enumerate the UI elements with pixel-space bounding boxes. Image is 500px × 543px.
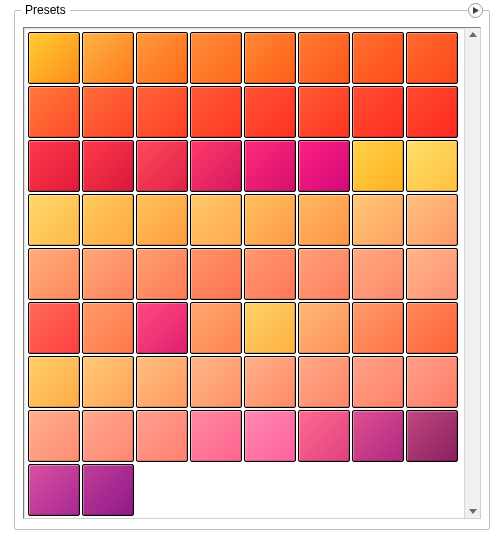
flyout-menu-button[interactable] (468, 3, 483, 18)
gradient-swatch[interactable] (406, 194, 458, 246)
gradient-swatch[interactable] (406, 302, 458, 354)
gradient-swatch[interactable] (244, 356, 296, 408)
gradient-swatch[interactable] (82, 86, 134, 138)
gradient-swatch[interactable] (298, 140, 350, 192)
gradient-swatch[interactable] (82, 194, 134, 246)
scroll-down-icon[interactable] (469, 509, 477, 514)
gradient-swatch[interactable] (190, 86, 242, 138)
gradient-swatch[interactable] (136, 248, 188, 300)
gradient-swatch[interactable] (244, 86, 296, 138)
gradient-swatch[interactable] (136, 194, 188, 246)
gradient-swatch[interactable] (82, 464, 134, 516)
gradient-swatch[interactable] (298, 86, 350, 138)
presets-grid (28, 32, 460, 516)
gradient-swatch[interactable] (244, 32, 296, 84)
gradient-swatch[interactable] (298, 302, 350, 354)
gradient-swatch[interactable] (28, 32, 80, 84)
gradient-swatch[interactable] (28, 410, 80, 462)
scroll-up-icon[interactable] (469, 32, 477, 37)
gradient-swatch[interactable] (352, 356, 404, 408)
presets-scroll-area (24, 28, 464, 518)
gradient-swatch[interactable] (244, 302, 296, 354)
gradient-swatch[interactable] (82, 356, 134, 408)
vertical-scrollbar[interactable] (464, 28, 480, 518)
gradient-swatch[interactable] (136, 410, 188, 462)
gradient-swatch[interactable] (190, 248, 242, 300)
gradient-swatch[interactable] (28, 194, 80, 246)
gradient-swatch[interactable] (190, 32, 242, 84)
gradient-swatch[interactable] (136, 356, 188, 408)
gradient-swatch[interactable] (190, 194, 242, 246)
panel-title: Presets (21, 3, 70, 17)
gradient-swatch[interactable] (136, 302, 188, 354)
gradient-swatch[interactable] (190, 356, 242, 408)
gradient-swatch[interactable] (82, 140, 134, 192)
gradient-swatch[interactable] (352, 86, 404, 138)
gradient-swatch[interactable] (28, 140, 80, 192)
gradient-swatch[interactable] (298, 32, 350, 84)
gradient-swatch[interactable] (190, 410, 242, 462)
gradient-swatch[interactable] (352, 410, 404, 462)
gradient-swatch[interactable] (190, 140, 242, 192)
gradient-swatch[interactable] (352, 302, 404, 354)
gradient-swatch[interactable] (406, 86, 458, 138)
gradient-swatch[interactable] (82, 410, 134, 462)
gradient-swatch[interactable] (352, 248, 404, 300)
gradient-swatch[interactable] (352, 32, 404, 84)
gradient-swatch[interactable] (406, 248, 458, 300)
gradient-swatch[interactable] (136, 32, 188, 84)
gradient-swatch[interactable] (298, 248, 350, 300)
gradient-swatch[interactable] (406, 32, 458, 84)
gradient-swatch[interactable] (28, 464, 80, 516)
gradient-swatch[interactable] (244, 248, 296, 300)
gradient-swatch[interactable] (298, 410, 350, 462)
gradient-swatch[interactable] (82, 302, 134, 354)
gradient-swatch[interactable] (28, 356, 80, 408)
svg-marker-0 (473, 7, 479, 14)
gradient-swatch[interactable] (244, 194, 296, 246)
gradient-swatch[interactable] (406, 410, 458, 462)
gradient-swatch[interactable] (298, 194, 350, 246)
presets-panel: Presets (14, 10, 490, 530)
gradient-swatch[interactable] (244, 140, 296, 192)
gradient-swatch[interactable] (298, 356, 350, 408)
gradient-swatch[interactable] (28, 86, 80, 138)
gradient-swatch[interactable] (82, 248, 134, 300)
gradient-swatch[interactable] (28, 302, 80, 354)
gradient-swatch[interactable] (406, 140, 458, 192)
gradient-swatch[interactable] (406, 356, 458, 408)
play-triangle-icon (472, 7, 479, 14)
gradient-swatch[interactable] (352, 140, 404, 192)
gradient-swatch[interactable] (244, 410, 296, 462)
gradient-swatch[interactable] (352, 194, 404, 246)
gradient-swatch[interactable] (82, 32, 134, 84)
gradient-swatch[interactable] (190, 302, 242, 354)
gradient-swatch[interactable] (136, 140, 188, 192)
presets-well (23, 27, 481, 519)
gradient-swatch[interactable] (28, 248, 80, 300)
gradient-swatch[interactable] (136, 86, 188, 138)
